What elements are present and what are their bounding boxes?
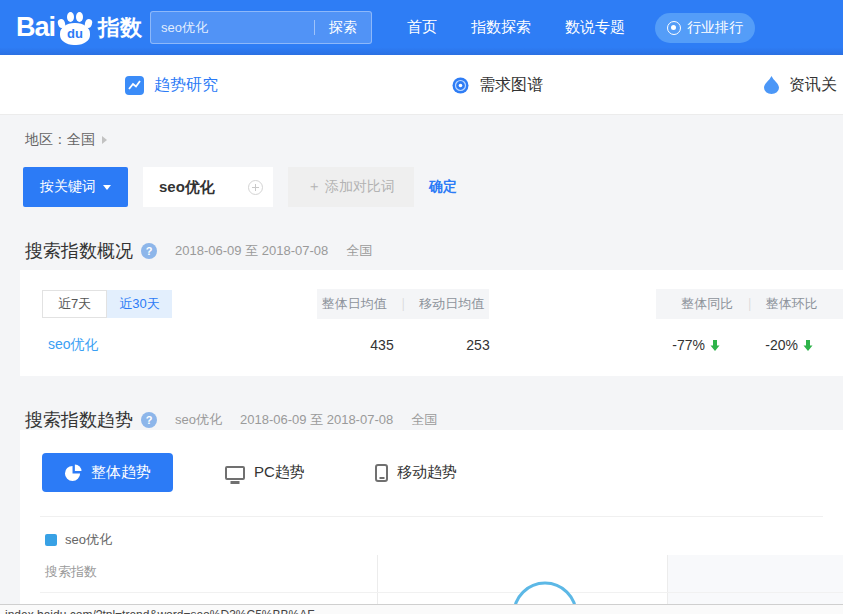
logo-du-text: du [67, 26, 83, 41]
overall-daily-value: 435 [350, 332, 414, 358]
keyword-input[interactable] [143, 179, 248, 196]
tab-pc-trend-label: PC趋势 [254, 463, 305, 482]
overview-region: 全国 [346, 242, 372, 260]
legend-label: seo优化 [65, 531, 112, 549]
tab-pc-trend[interactable]: PC趋势 [225, 453, 305, 492]
browser-status-bar: index.baidu.com/?tpl=trend&word=seo%D3%C… [0, 604, 843, 614]
add-compare-word-label: ＋ 添加对比词 [307, 178, 395, 196]
baidu-index-page: Bai du 指数 探索 首页 指数探索 数说专题 行业排行 [0, 0, 843, 614]
industry-ranking-label: 行业排行 [687, 19, 743, 37]
overview-section-heading: 搜索指数概况 ? 2018-06-09 至 2018-07-08 全国 [25, 239, 372, 263]
header-divider: ｜ [743, 295, 756, 313]
tab-last-30-days[interactable]: 近30天 [107, 290, 172, 318]
keyword-input-box [143, 167, 273, 207]
logo-bai-text: Bai [16, 12, 55, 43]
nav-home[interactable]: 首页 [407, 18, 437, 37]
keyword-mode-button[interactable]: 按关键词 [23, 167, 128, 207]
chevron-right-icon [102, 136, 107, 144]
tab-overall-trend-label: 整体趋势 [91, 463, 151, 482]
tab-mobile-trend[interactable]: 移动趋势 [375, 453, 457, 492]
droplet-icon [764, 76, 779, 94]
tab-trend-research-label: 趋势研究 [154, 75, 218, 96]
search-submit-button[interactable]: 探索 [315, 19, 371, 37]
divider [40, 516, 823, 517]
nav-data-topics[interactable]: 数说专题 [565, 18, 625, 37]
add-compare-word-button[interactable]: ＋ 添加对比词 [288, 167, 414, 207]
help-icon[interactable]: ? [141, 243, 157, 259]
help-icon[interactable]: ? [141, 412, 157, 428]
tab-demand-graph[interactable]: 需求图谱 [452, 55, 543, 115]
comparison-headers: 整体同比 ｜ 整体环比 [656, 289, 843, 319]
trend-region: 全国 [411, 411, 437, 429]
down-arrow-icon [803, 340, 813, 351]
legend-swatch [45, 534, 57, 546]
region-selector[interactable]: 地区：全国 [25, 131, 107, 149]
tab-demand-graph-label: 需求图谱 [479, 75, 543, 96]
header-search-box: 探索 [150, 11, 372, 44]
module-nav: 趋势研究 需求图谱 资讯关 [0, 55, 843, 115]
overview-card: 近7天 近30天 整体日均值 ｜ 移动日均值 整体同比 ｜ 整体环比 seo优化… [20, 270, 843, 376]
header-divider: ｜ [397, 295, 410, 313]
region-label: 地区：全国 [25, 131, 95, 149]
top-header: Bai du 指数 探索 首页 指数探索 数说专题 行业排行 [0, 0, 843, 55]
tab-news-attention[interactable]: 资讯关 [764, 55, 837, 115]
trend-section-heading: 搜索指数趋势 ? seo优化 2018-06-09 至 2018-07-08 全… [25, 408, 437, 432]
mom-percent: -20% [765, 337, 798, 353]
status-url: index.baidu.com/?tpl=trend&word=seo%D3%C… [5, 608, 315, 614]
monitor-icon [225, 466, 245, 480]
mobile-daily-header: 移动日均值 [419, 295, 484, 313]
baidu-index-logo[interactable]: Bai du 指数 [16, 0, 142, 55]
trend-keyword: seo优化 [175, 411, 222, 429]
tab-last-7-days[interactable]: 近7天 [42, 290, 107, 318]
yoy-value: -77% [640, 332, 720, 358]
chart-gridline [40, 592, 843, 593]
pie-chart-icon [64, 464, 82, 482]
overview-period: 2018-06-09 至 2018-07-08 [175, 242, 328, 260]
industry-ranking-button[interactable]: 行业排行 [655, 13, 755, 43]
trend-period: 2018-06-09 至 2018-07-08 [240, 411, 393, 429]
daily-average-headers: 整体日均值 ｜ 移动日均值 [317, 289, 489, 319]
tab-mobile-trend-label: 移动趋势 [397, 463, 457, 482]
keyword-link[interactable]: seo优化 [48, 332, 99, 358]
phone-icon [375, 464, 388, 482]
mom-header: 整体环比 [766, 295, 818, 313]
logo-product-text: 指数 [98, 13, 142, 43]
y-axis-label: 搜索指数 [45, 563, 97, 581]
trend-card: 整体趋势 PC趋势 移动趋势 seo优化 搜索指数 [20, 430, 843, 614]
confirm-button[interactable]: 确定 [429, 167, 457, 207]
header-nav: 首页 指数探索 数说专题 [407, 0, 625, 55]
down-arrow-icon [710, 340, 720, 351]
circle-plus-icon[interactable] [248, 180, 263, 195]
medal-icon [667, 21, 681, 35]
overall-daily-header: 整体日均值 [322, 295, 387, 313]
chevron-down-icon [103, 185, 111, 190]
mobile-daily-value: 253 [446, 332, 510, 358]
keyword-mode-label: 按关键词 [40, 178, 96, 196]
yoy-header: 整体同比 [681, 295, 733, 313]
radar-sphere-icon [452, 77, 469, 94]
header-search-input[interactable] [151, 20, 314, 35]
mom-value: -20% [735, 332, 813, 358]
overview-title: 搜索指数概况 [25, 239, 133, 263]
nav-index-explore[interactable]: 指数探索 [471, 18, 531, 37]
tab-overall-trend[interactable]: 整体趋势 [42, 453, 173, 492]
trend-title: 搜索指数趋势 [25, 408, 133, 432]
tab-trend-research[interactable]: 趋势研究 [125, 55, 218, 115]
trend-chart-icon [125, 76, 144, 95]
yoy-percent: -77% [672, 337, 705, 353]
baidu-paw-icon: du [57, 11, 93, 45]
tab-news-attention-label: 资讯关 [789, 75, 837, 96]
legend-item[interactable]: seo优化 [45, 531, 112, 549]
